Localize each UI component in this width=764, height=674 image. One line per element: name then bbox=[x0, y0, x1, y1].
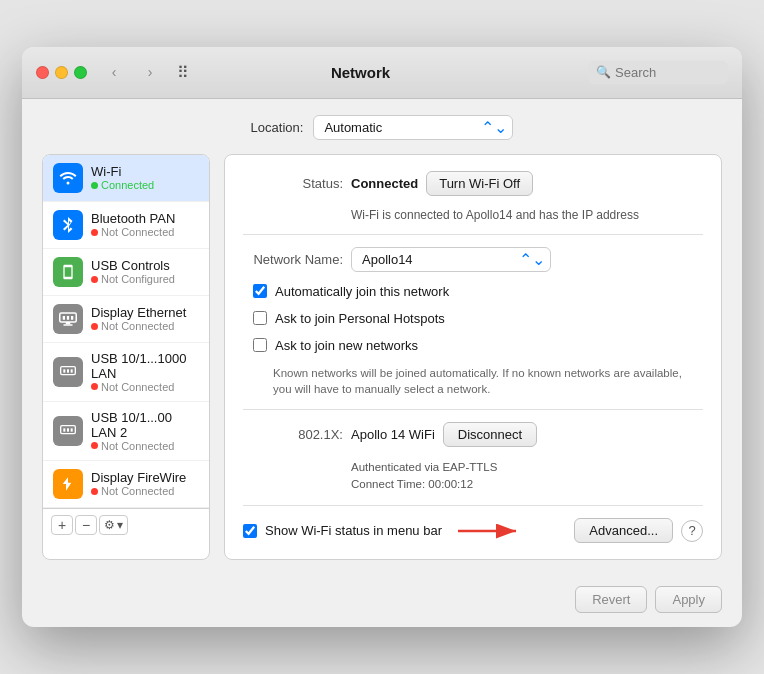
bluetooth-name: Bluetooth PAN bbox=[91, 211, 175, 226]
back-button[interactable]: ‹ bbox=[101, 62, 127, 82]
detail-panel: Status: Connected Turn Wi-Fi Off Wi-Fi i… bbox=[224, 154, 722, 561]
sidebar-item-display-ethernet[interactable]: Display Ethernet Not Connected bbox=[43, 296, 209, 343]
status-value: Connected bbox=[351, 176, 418, 191]
sidebar-list: Wi-Fi Connected bbox=[43, 155, 209, 508]
dot802-row: 802.1X: Apollo 14 WiFi Disconnect bbox=[243, 422, 703, 447]
firewire-status: Not Connected bbox=[91, 485, 186, 497]
dot802-value: Apollo 14 WiFi bbox=[351, 427, 435, 442]
status-label: Status: bbox=[243, 176, 343, 191]
content-area: Location: Automatic ⌃⌄ bbox=[22, 99, 742, 577]
auto-join-label: Automatically join this network bbox=[275, 284, 449, 299]
search-box[interactable]: 🔍 bbox=[588, 61, 728, 84]
firewire-status-dot bbox=[91, 488, 98, 495]
firewire-name: Display FireWire bbox=[91, 470, 186, 485]
wifi-icon bbox=[53, 163, 83, 193]
svg-rect-7 bbox=[63, 369, 65, 372]
bottom-row: Show Wi-Fi status in menu bar Advanced..… bbox=[243, 518, 703, 543]
dot802-label: 802.1X: bbox=[243, 427, 343, 442]
usb100-info: USB 10/1...00 LAN 2 Not Connected bbox=[91, 410, 199, 452]
status-row: Status: Connected Turn Wi-Fi Off bbox=[243, 171, 703, 196]
svg-rect-9 bbox=[71, 369, 73, 372]
auto-join-checkbox[interactable] bbox=[253, 284, 267, 298]
usb10-status-dot bbox=[91, 383, 98, 390]
network-name-select[interactable]: Apollo14 bbox=[351, 247, 551, 272]
display-ethernet-status: Not Connected bbox=[91, 320, 186, 332]
gear-icon: ⚙ bbox=[104, 518, 115, 532]
sidebar-item-bluetooth[interactable]: Bluetooth PAN Not Connected bbox=[43, 202, 209, 249]
display-ethernet-icon bbox=[53, 304, 83, 334]
usb10-info: USB 10/1...1000 LAN Not Connected bbox=[91, 351, 199, 393]
ask-new-checkbox[interactable] bbox=[253, 338, 267, 352]
disconnect-button[interactable]: Disconnect bbox=[443, 422, 537, 447]
sidebar-item-usb-controls[interactable]: USB Controls Not Configured bbox=[43, 249, 209, 296]
remove-network-button[interactable]: − bbox=[75, 515, 97, 535]
svg-rect-3 bbox=[71, 316, 73, 320]
ask-hotspot-label: Ask to join Personal Hotspots bbox=[275, 311, 445, 326]
ask-hotspot-checkbox[interactable] bbox=[253, 311, 267, 325]
usb10-status: Not Connected bbox=[91, 381, 199, 393]
svg-rect-13 bbox=[71, 428, 73, 431]
usb100-icon bbox=[53, 416, 83, 446]
gear-wrap: ⚙ ▾ bbox=[99, 515, 128, 535]
auth-line1: Authenticated via EAP-TTLS bbox=[351, 459, 703, 476]
window-footer: Revert Apply bbox=[22, 576, 742, 627]
location-row: Location: Automatic ⌃⌄ bbox=[42, 115, 722, 140]
close-button[interactable] bbox=[36, 66, 49, 79]
usb100-status-text: Not Connected bbox=[101, 440, 174, 452]
usb10-status-text: Not Connected bbox=[101, 381, 174, 393]
usb-controls-icon bbox=[53, 257, 83, 287]
apply-button[interactable]: Apply bbox=[655, 586, 722, 613]
auto-join-row: Automatically join this network bbox=[253, 284, 703, 299]
wifi-status-text: Connected bbox=[101, 179, 154, 191]
display-ethernet-status-text: Not Connected bbox=[101, 320, 174, 332]
svg-rect-2 bbox=[67, 316, 69, 320]
location-label: Location: bbox=[251, 120, 304, 135]
divider-2 bbox=[243, 409, 703, 410]
wifi-info: Wi-Fi Connected bbox=[91, 164, 154, 191]
network-name-label: Network Name: bbox=[243, 252, 343, 267]
usb-controls-status-text: Not Configured bbox=[101, 273, 175, 285]
sidebar-item-usb-10-1000[interactable]: USB 10/1...1000 LAN Not Connected bbox=[43, 343, 209, 402]
ask-hotspot-row: Ask to join Personal Hotspots bbox=[253, 311, 703, 326]
network-preferences-window: ‹ › ⠿ Network 🔍 Location: Automatic ⌃⌄ bbox=[22, 47, 742, 628]
sidebar-footer: + − ⚙ ▾ bbox=[43, 508, 209, 541]
fullscreen-button[interactable] bbox=[74, 66, 87, 79]
traffic-lights bbox=[36, 66, 87, 79]
usb-controls-info: USB Controls Not Configured bbox=[91, 258, 175, 285]
svg-rect-8 bbox=[67, 369, 69, 372]
wifi-status-dot bbox=[91, 182, 98, 189]
advanced-button[interactable]: Advanced... bbox=[574, 518, 673, 543]
display-ethernet-status-dot bbox=[91, 323, 98, 330]
gear-button[interactable]: ⚙ ▾ bbox=[99, 515, 128, 535]
minimize-button[interactable] bbox=[55, 66, 68, 79]
titlebar: ‹ › ⠿ Network 🔍 bbox=[22, 47, 742, 99]
sidebar-item-firewire[interactable]: Display FireWire Not Connected bbox=[43, 461, 209, 508]
firewire-status-text: Not Connected bbox=[101, 485, 174, 497]
auth-info: Authenticated via EAP-TTLS Connect Time:… bbox=[351, 459, 703, 494]
revert-button[interactable]: Revert bbox=[575, 586, 647, 613]
sidebar-item-usb-100[interactable]: USB 10/1...00 LAN 2 Not Connected bbox=[43, 402, 209, 461]
wifi-name: Wi-Fi bbox=[91, 164, 154, 179]
svg-rect-11 bbox=[63, 428, 65, 431]
window-title: Network bbox=[143, 64, 578, 81]
status-description: Wi-Fi is connected to Apollo14 and has t… bbox=[351, 208, 703, 222]
location-select[interactable]: Automatic bbox=[313, 115, 513, 140]
display-ethernet-info: Display Ethernet Not Connected bbox=[91, 305, 186, 332]
search-icon: 🔍 bbox=[596, 65, 611, 79]
wifi-status: Connected bbox=[91, 179, 154, 191]
red-arrow-indicator bbox=[458, 520, 528, 542]
usb-controls-status-dot bbox=[91, 276, 98, 283]
svg-rect-12 bbox=[67, 428, 69, 431]
main-panel: Wi-Fi Connected bbox=[42, 154, 722, 561]
display-ethernet-name: Display Ethernet bbox=[91, 305, 186, 320]
turn-wifi-off-button[interactable]: Turn Wi-Fi Off bbox=[426, 171, 533, 196]
sidebar-item-wifi[interactable]: Wi-Fi Connected bbox=[43, 155, 209, 202]
known-networks-text: Known networks will be joined automatica… bbox=[273, 365, 703, 397]
show-status-checkbox[interactable] bbox=[243, 524, 257, 538]
add-network-button[interactable]: + bbox=[51, 515, 73, 535]
divider-1 bbox=[243, 234, 703, 235]
firewire-info: Display FireWire Not Connected bbox=[91, 470, 186, 497]
svg-rect-1 bbox=[63, 316, 65, 320]
help-button[interactable]: ? bbox=[681, 520, 703, 542]
search-input[interactable] bbox=[615, 65, 720, 80]
